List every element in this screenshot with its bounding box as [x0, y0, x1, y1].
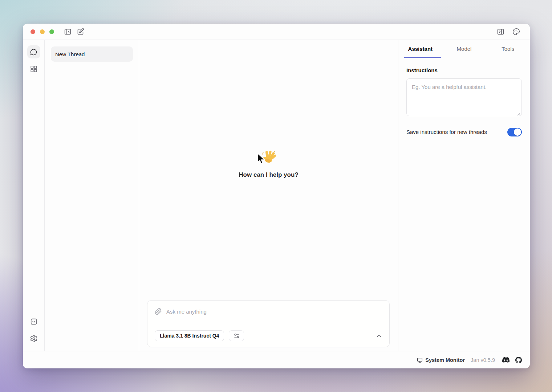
github-link[interactable]: [515, 357, 522, 363]
right-panel-tabs: Assistant Model Tools: [398, 40, 530, 58]
model-selector-label: Llama 3.1 8B Instruct Q4: [160, 333, 219, 339]
nav-hub-button[interactable]: [27, 62, 40, 75]
thread-list-item[interactable]: New Thread: [51, 46, 133, 62]
tab-model[interactable]: Model: [442, 40, 486, 58]
close-window-button[interactable]: [31, 29, 35, 34]
model-selector-button[interactable]: Llama 3.1 8B Instruct Q4: [155, 330, 224, 341]
nav-local-api-server-button[interactable]: [27, 315, 40, 328]
panel-left-collapse-icon: [64, 28, 72, 36]
settings-gear-icon: [30, 335, 38, 343]
chat-input[interactable]: [166, 309, 382, 315]
empty-state-greeting: How can I help you?: [239, 149, 298, 179]
tab-assistant[interactable]: Assistant: [398, 40, 442, 58]
toggle-right-panel-button[interactable]: [497, 28, 504, 36]
nav-threads-button[interactable]: [27, 45, 40, 58]
discord-link[interactable]: [502, 357, 510, 363]
titlebar: [23, 24, 530, 40]
apps-grid-icon: [30, 65, 38, 73]
collapse-composer-button[interactable]: [376, 333, 382, 339]
discord-icon: [502, 357, 510, 363]
system-monitor-icon: [417, 357, 423, 363]
github-icon: [515, 357, 522, 363]
system-monitor-label: System Monitor: [425, 357, 465, 363]
code-square-icon: [30, 318, 38, 326]
minimize-window-button[interactable]: [40, 29, 45, 34]
paperclip-icon: [155, 308, 162, 315]
panel-right-icon: [497, 28, 504, 36]
system-monitor-button[interactable]: System Monitor: [417, 357, 465, 363]
instructions-textarea[interactable]: [406, 78, 522, 116]
zoom-window-button[interactable]: [49, 29, 54, 34]
toggle-knob: [514, 128, 521, 136]
new-thread-button[interactable]: [77, 28, 84, 36]
model-settings-sliders-icon: [234, 333, 240, 339]
model-settings-button[interactable]: [229, 330, 244, 341]
chevron-up-icon: [376, 333, 382, 339]
appearance-button[interactable]: [512, 28, 520, 36]
nav-settings-button[interactable]: [27, 332, 40, 345]
attach-file-button[interactable]: [155, 308, 162, 315]
waving-hand-icon: [260, 149, 276, 166]
app-version-label: Jan v0.5.9: [471, 357, 495, 363]
save-instructions-toggle[interactable]: [507, 128, 522, 136]
instructions-heading: Instructions: [406, 67, 522, 73]
statusbar: System Monitor Jan v0.5.9: [23, 351, 530, 368]
traffic-lights: [31, 29, 54, 34]
message-composer: Llama 3.1 8B Instruct Q4: [147, 300, 390, 347]
assistant-settings-panel: Assistant Model Tools Instructions Save …: [398, 40, 530, 351]
save-instructions-label: Save instructions for new threads: [406, 127, 487, 137]
icon-rail: [23, 40, 45, 351]
palette-icon: [512, 28, 520, 36]
cursor-arrow-icon: [255, 152, 266, 167]
thread-list-panel: New Thread: [45, 40, 139, 351]
main-chat-area: How can I help you? Llama 3.1 8B Instruc…: [139, 40, 398, 351]
toggle-left-sidebar-button[interactable]: [64, 28, 72, 36]
chat-bubble-icon: [30, 48, 37, 56]
app-window: New Thread: [23, 24, 530, 368]
thread-title: New Thread: [55, 51, 85, 57]
tab-tools[interactable]: Tools: [486, 40, 530, 58]
greeting-text: How can I help you?: [239, 171, 298, 179]
compose-icon: [77, 28, 84, 36]
